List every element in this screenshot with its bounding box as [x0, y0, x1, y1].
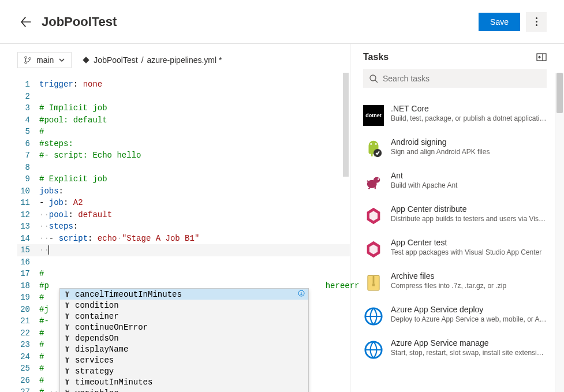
line-content: # Implicit job [39, 102, 350, 114]
task-desc: Build, test, package, or publish a dotne… [391, 114, 547, 122]
line-number: 9 [17, 173, 39, 185]
line-number: 15 [17, 244, 39, 256]
autocomplete-label: strategy [75, 367, 305, 376]
wrench-icon [64, 345, 73, 354]
line-content: # [39, 126, 350, 138]
line-content: ··steps: [39, 221, 350, 233]
editor-line[interactable]: 4#pool: default [17, 114, 350, 126]
editor-line[interactable]: 15·· [17, 244, 350, 256]
autocomplete-item[interactable]: timeoutInMinutes [60, 376, 308, 387]
line-content: #pool: default [39, 114, 350, 126]
line-content: jobs: [39, 185, 350, 197]
editor-line[interactable]: 14··- script: echo·"Stage A Job B1" [17, 233, 350, 245]
wrench-icon [64, 290, 73, 299]
branch-icon [24, 56, 32, 64]
editor-scrollbar[interactable] [342, 73, 350, 392]
task-item[interactable]: Azure App Service manageStart, stop, res… [350, 333, 564, 366]
tasks-scrollbar[interactable] [555, 73, 564, 392]
back-arrow-icon[interactable] [21, 17, 31, 27]
task-name: Azure App Service deploy [391, 305, 547, 314]
svg-rect-15 [373, 275, 375, 283]
line-content: # [39, 268, 350, 280]
branch-name: main [36, 55, 54, 65]
svg-point-0 [25, 57, 27, 59]
svg-text:i: i [300, 291, 303, 296]
line-number: 13 [17, 221, 39, 233]
autocomplete-label: condition [75, 301, 305, 310]
editor-line[interactable]: 2 [17, 91, 350, 103]
editor-line[interactable]: 6#steps: [17, 138, 350, 150]
ant-icon [363, 172, 384, 193]
autocomplete-item[interactable]: continueOnError [60, 322, 308, 333]
task-name: Ant [391, 171, 547, 180]
editor-line[interactable]: 16 [17, 256, 350, 268]
branch-selector[interactable]: main [17, 52, 72, 68]
fullscreen-icon[interactable] [536, 53, 547, 61]
task-desc: Test app packages with Visual Studio App… [391, 248, 547, 256]
save-button[interactable]: Save [479, 13, 520, 31]
breadcrumb-repo[interactable]: JobPoolTest [94, 55, 137, 65]
text-cursor [48, 245, 50, 255]
editor-line[interactable]: 9# Explicit job [17, 173, 350, 185]
repo-icon [82, 56, 90, 64]
line-number: 8 [17, 162, 39, 174]
autocomplete-popup[interactable]: cancelTimeoutInMinutesiconditioncontaine… [59, 288, 309, 392]
task-item[interactable]: AntBuild with Apache Ant [350, 165, 564, 199]
line-number: 20 [17, 304, 39, 316]
editor-line[interactable]: 5# [17, 126, 350, 138]
autocomplete-label: dependsOn [75, 334, 305, 343]
breadcrumb: JobPoolTest / azure-pipelines.yml * [82, 55, 222, 65]
line-number: 17 [17, 268, 39, 280]
line-number: 23 [17, 339, 39, 351]
line-number: 2 [17, 91, 39, 103]
line-number: 5 [17, 126, 39, 138]
editor-line[interactable]: 17# [17, 268, 350, 280]
editor-line[interactable]: 12··pool: default [17, 209, 350, 221]
autocomplete-item[interactable]: services [60, 354, 308, 365]
info-icon[interactable]: i [296, 290, 305, 299]
line-number: 19 [17, 292, 39, 304]
autocomplete-item[interactable]: strategy [60, 365, 308, 376]
editor-line[interactable]: 11- job: A2 [17, 197, 350, 209]
autocomplete-item[interactable]: cancelTimeoutInMinutesi [60, 289, 308, 300]
task-desc: Start, stop, restart, slot swap, install… [391, 349, 547, 357]
editor-line[interactable]: 10jobs: [17, 185, 350, 197]
autocomplete-item[interactable]: dependsOn [60, 333, 308, 344]
tasks-search[interactable] [363, 69, 547, 88]
svg-rect-3 [83, 57, 89, 63]
autocomplete-item[interactable]: displayName [60, 344, 308, 354]
tasks-pane: Tasks dotnet.NET CoreBuild, test, packag… [350, 44, 564, 392]
task-desc: Build with Apache Ant [391, 181, 547, 189]
line-number: 21 [17, 315, 39, 327]
editor-line[interactable]: 8 [17, 162, 350, 174]
task-item[interactable]: Azure App Service deployDeploy to Azure … [350, 299, 564, 333]
task-item[interactable]: Archive filesCompress files into .7z, .t… [350, 266, 564, 299]
line-number: 24 [17, 351, 39, 363]
editor-line[interactable]: 13··steps: [17, 221, 350, 233]
autocomplete-label: displayName [75, 345, 305, 354]
task-desc: Compress files into .7z, .tar.gz, or .zi… [391, 282, 547, 290]
line-number: 11 [17, 197, 39, 209]
svg-point-13 [378, 178, 379, 180]
task-item[interactable]: dotnet.NET CoreBuild, test, package, or … [350, 98, 564, 132]
line-number: 7 [17, 150, 39, 162]
editor-line[interactable]: 1trigger: none [17, 79, 350, 91]
tasks-search-input[interactable] [383, 74, 541, 83]
editor-line[interactable]: 7#- script: Echo hello [17, 150, 350, 162]
autocomplete-item[interactable]: condition [60, 300, 308, 311]
autocomplete-item[interactable]: container [60, 311, 308, 322]
editor-line[interactable]: 3# Implicit job [17, 102, 350, 114]
task-item[interactable]: App Center testTest app packages with Vi… [350, 232, 564, 266]
task-item[interactable]: Android signingSign and align Android AP… [350, 132, 564, 165]
wrench-icon [64, 356, 73, 365]
task-item[interactable]: App Center distributeDistribute app buil… [350, 199, 564, 232]
breadcrumb-separator: / [141, 55, 144, 65]
autocomplete-item[interactable]: variables [60, 387, 308, 392]
task-name: Azure App Service manage [391, 338, 547, 348]
autocomplete-label: cancelTimeoutInMinutes [75, 290, 296, 299]
svg-point-8 [370, 143, 372, 145]
line-content: ·· [39, 244, 350, 256]
task-name: Archive files [391, 271, 547, 281]
task-desc: Distribute app builds to testers and use… [391, 215, 547, 223]
more-actions-button[interactable] [526, 12, 547, 32]
